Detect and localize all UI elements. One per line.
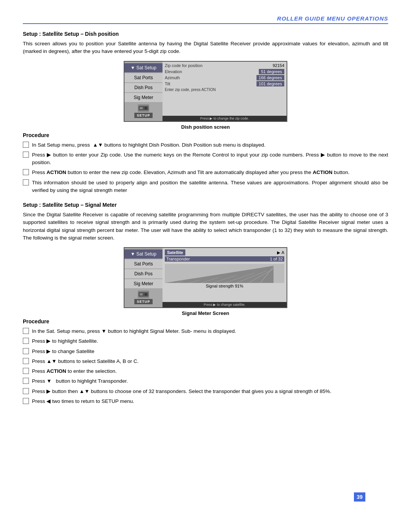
section1-heading: Setup : Satellite Setup – Dish position bbox=[23, 31, 388, 37]
signal-sidebar-sat-setup: ▼ Sat Setup bbox=[124, 249, 162, 259]
signal-sidebar-dish-pos: Dish Pos bbox=[124, 269, 162, 278]
proc2-item4: Press ▲▼ buttons to select Satellite A, … bbox=[32, 358, 139, 365]
svg-point-5 bbox=[145, 293, 147, 296]
page-number: 39 bbox=[354, 492, 365, 502]
procedure1-heading: Procedure bbox=[23, 132, 388, 138]
procedure1-section: Procedure In Sat Setup menu, press ▲▼ bu… bbox=[23, 132, 388, 195]
zip-row: Zip code for position 92154 bbox=[165, 63, 284, 68]
proc2-item5: Press ACTION to enter the selection. bbox=[32, 367, 117, 375]
sidebar-item-sig-meter: Sig Meter bbox=[124, 93, 162, 102]
dish-screen-caption: Dish position screen bbox=[181, 124, 230, 130]
signal-device-icon bbox=[139, 291, 148, 297]
signal-strength-text: Signal strength 91% bbox=[165, 284, 284, 288]
list-item: Press ACTION button to enter the new zip… bbox=[23, 169, 388, 176]
svg-rect-4 bbox=[140, 293, 143, 296]
proc2-item6: Press ▼ button to highlight Transponder. bbox=[32, 377, 128, 385]
signal-meter-screen: ▼ Sat Setup Sat Ports Dish Pos Sig Meter… bbox=[124, 247, 287, 308]
transponder-value: 1 of 32 bbox=[270, 257, 283, 261]
svg-point-2 bbox=[145, 107, 147, 109]
dish-hint: Enter zip code, press ACTION bbox=[165, 88, 284, 92]
proc2-item3: Press ▶ to change Satellite bbox=[32, 348, 94, 355]
tilt-label: Tilt bbox=[165, 81, 170, 86]
procedure1-list: In Sat Setup menu, press ▲▼ buttons to h… bbox=[23, 141, 388, 195]
procedure2-section: Procedure In the Sat. Setup menu, press … bbox=[23, 318, 388, 405]
tilt-row: Tilt 101 degrees bbox=[165, 81, 284, 86]
elevation-row: Elevation 51 degrees bbox=[165, 69, 284, 74]
procedure2-list: In the Sat. Setup menu, press ▼ button t… bbox=[23, 328, 388, 405]
signal-setup-label: SETUP bbox=[134, 299, 152, 304]
bullet-icon bbox=[23, 169, 29, 175]
list-item: Press ▼ button to highlight Transponder. bbox=[23, 377, 388, 385]
sidebar-item-sat-ports: Sat Ports bbox=[124, 73, 162, 82]
signal-setup-logo-area: SETUP bbox=[124, 289, 162, 306]
signal-meter-screen-container: ▼ Sat Setup Sat Ports Dish Pos Sig Meter… bbox=[23, 247, 388, 316]
proc2-item8: Press ◀ two times to return to SETUP men… bbox=[32, 398, 134, 405]
dish-screen-content: Zip code for position 92154 Elevation 51… bbox=[162, 62, 287, 121]
bullet-icon bbox=[23, 328, 29, 334]
bullet-icon bbox=[23, 378, 29, 384]
list-item: In the Sat. Setup menu, press ▼ button t… bbox=[23, 328, 388, 335]
zip-value: 92154 bbox=[272, 63, 284, 68]
list-item: Press ACTION to enter the selection. bbox=[23, 367, 388, 375]
azimuth-label: Azimuth bbox=[165, 75, 180, 80]
bullet-icon bbox=[23, 152, 29, 158]
signal-screen-content: Satellite ▶ A Transponder 1 of 32 bbox=[162, 248, 287, 307]
signal-setup-icon bbox=[138, 291, 149, 298]
azimuth-value: 166 degrees bbox=[256, 75, 284, 80]
list-item: This information should be used to prope… bbox=[23, 179, 388, 195]
sidebar-item-sat-setup: ▼ Sat Setup bbox=[124, 63, 162, 72]
elevation-label: Elevation bbox=[165, 69, 182, 74]
device-icon bbox=[139, 105, 148, 111]
signal-screen-caption: Signal Meter Screen bbox=[182, 310, 229, 316]
setup-logo-area: SETUP bbox=[124, 103, 162, 120]
bullet-icon bbox=[23, 179, 29, 185]
tilt-value: 101 degrees bbox=[256, 81, 284, 86]
bullet-icon bbox=[23, 348, 29, 354]
list-item: Press ◀ two times to return to SETUP men… bbox=[23, 398, 388, 405]
bullet-icon bbox=[23, 358, 29, 364]
dish-bottom-bar: Press ▶ to change the zip code. bbox=[162, 116, 287, 121]
signal-sidebar-sat-ports: Sat Ports bbox=[124, 259, 162, 268]
page-title: Roller Guide Menu Operations bbox=[277, 15, 388, 22]
page-header: Roller Guide Menu Operations bbox=[23, 15, 388, 24]
bullet-icon bbox=[23, 142, 29, 148]
list-item: Press ▶ to change Satellite bbox=[23, 348, 388, 355]
list-item: In Sat Setup menu, press ▲▼ buttons to h… bbox=[23, 141, 388, 149]
signal-bar-chart bbox=[165, 264, 284, 283]
procedure1-item4: This information should be used to prope… bbox=[32, 179, 388, 195]
dish-screen-sidebar: ▼ Sat Setup Sat Ports Dish Pos Sig Meter… bbox=[124, 62, 162, 121]
setup-icon bbox=[138, 104, 149, 112]
list-item: Press ▲▼ buttons to select Satellite A, … bbox=[23, 358, 388, 365]
zip-label: Zip code for position bbox=[165, 63, 202, 68]
satellite-arrow: ▶ bbox=[277, 250, 280, 255]
transponder-row: Transponder 1 of 32 bbox=[165, 256, 284, 262]
procedure2-heading: Procedure bbox=[23, 318, 388, 324]
list-item: Press ▶ button then ▲▼ buttons to choose… bbox=[23, 388, 388, 395]
signal-sidebar-sig-meter: Sig Meter bbox=[124, 279, 162, 288]
section1-body: This screen allows you to position your … bbox=[23, 40, 388, 56]
procedure1-item2: Press ▶ button to enter your Zip code. U… bbox=[32, 151, 388, 167]
section2-heading: Setup : Satellite Setup – Signal Meter bbox=[23, 202, 388, 208]
dish-position-screen: ▼ Sat Setup Sat Ports Dish Pos Sig Meter… bbox=[124, 61, 287, 122]
satellite-value: A bbox=[282, 250, 284, 255]
list-item: Press ▶ to highlight Satellite. bbox=[23, 337, 388, 345]
signal-bar-area: Signal strength 91% bbox=[165, 264, 284, 288]
bullet-icon bbox=[23, 338, 29, 344]
section2-body: Since the Digital Satellite Receiver is … bbox=[23, 211, 388, 242]
azimuth-row: Azimuth 166 degrees bbox=[165, 75, 284, 80]
satellite-label: Satellite bbox=[165, 249, 185, 256]
dish-position-screen-container: ▼ Sat Setup Sat Ports Dish Pos Sig Meter… bbox=[23, 61, 388, 130]
proc2-item2: Press ▶ to highlight Satellite. bbox=[32, 337, 98, 345]
procedure1-item3: Press ACTION button to enter the new zip… bbox=[32, 169, 349, 176]
procedure1-item1: In Sat Setup menu, press ▲▼ buttons to h… bbox=[32, 141, 266, 149]
bullet-icon bbox=[23, 388, 29, 394]
svg-rect-1 bbox=[140, 107, 143, 109]
satellite-row: Satellite ▶ A bbox=[165, 249, 284, 256]
signal-bottom-bar: Press ▶ to change satellite. bbox=[162, 302, 287, 307]
proc2-item7: Press ▶ button then ▲▼ buttons to choose… bbox=[32, 388, 331, 395]
signal-bar-bg bbox=[165, 264, 284, 283]
setup-label: SETUP bbox=[134, 113, 152, 118]
signal-screen-sidebar: ▼ Sat Setup Sat Ports Dish Pos Sig Meter… bbox=[124, 248, 162, 307]
bullet-icon bbox=[23, 398, 29, 404]
sidebar-item-dish-pos: Dish Pos bbox=[124, 83, 162, 92]
